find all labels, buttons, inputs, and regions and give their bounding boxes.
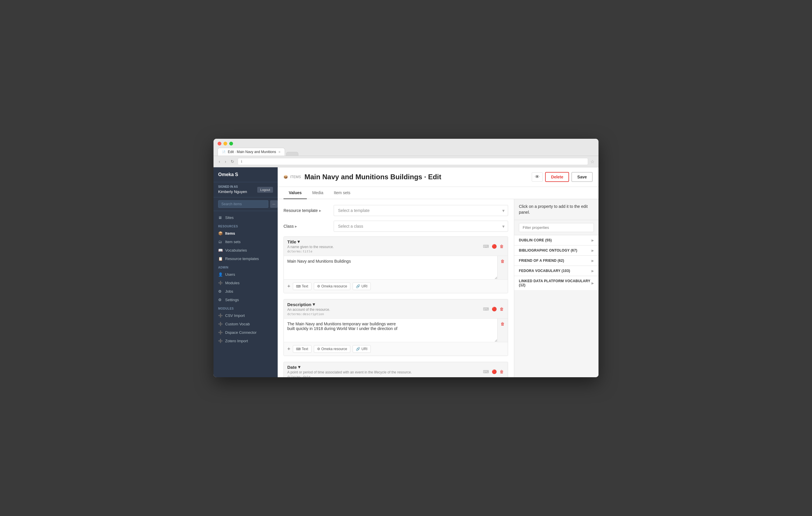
desc-delete-icon[interactable]: 🗑 [499, 306, 504, 312]
date-delete-icon[interactable]: 🗑 [499, 369, 504, 374]
title-dropdown-icon[interactable]: ▾ [297, 239, 300, 244]
foaf-arrow-icon: ▶ [591, 259, 594, 262]
sidebar-item-resource-templates[interactable]: 📋 Resource templates [213, 254, 278, 263]
bibliographic-arrow-icon: ▶ [591, 249, 594, 252]
resource-template-select[interactable]: Select a template [334, 205, 508, 216]
tab-item-sets[interactable]: Item sets [329, 187, 356, 199]
desc-keyboard-icon[interactable]: ⌨ [483, 306, 489, 312]
desc-required-icon[interactable]: 🔴 [491, 306, 497, 312]
preview-button[interactable]: 👁 [532, 172, 543, 182]
custom-vocab-label: Custom Vocab [225, 322, 250, 326]
sidebar-item-dspace[interactable]: ➕ Dspace Connector [213, 328, 278, 337]
sidebar-item-csv-import[interactable]: ➕ CSV Import [213, 311, 278, 320]
title-omeka-resource-btn[interactable]: ⚙ Omeka resource [314, 282, 351, 290]
ontology-dublin-core[interactable]: DUBLIN CORE (55) ▶ [514, 235, 599, 245]
itemsets-label: Item sets [225, 240, 241, 244]
logout-button[interactable]: Logout [257, 187, 273, 193]
filter-properties-input[interactable] [519, 223, 594, 232]
desc-omeka-resource-btn[interactable]: ⚙ Omeka resource [314, 345, 351, 353]
resources-section-label: Resources [213, 222, 278, 229]
property-date-header: Date ▾ A point or period of time associa… [284, 362, 508, 377]
description-value-row: The Main Navy and Munitions temporary wa… [284, 318, 508, 342]
desc-value-delete-btn[interactable]: 🗑 [500, 321, 505, 327]
title-add-value-btn[interactable]: + [287, 283, 290, 290]
desc-add-value-btn[interactable]: + [287, 346, 290, 352]
dublin-core-label: DUBLIN CORE (55) [519, 238, 552, 242]
resource-template-arrow: ▶ [319, 209, 321, 212]
sites-icon: 🖥 [218, 215, 223, 220]
items-icon: 📦 [218, 231, 223, 236]
title-value-delete-btn[interactable]: 🗑 [500, 258, 505, 264]
dspace-icon: ➕ [218, 330, 223, 335]
save-button[interactable]: Save [571, 172, 593, 182]
forward-button[interactable]: › [224, 159, 228, 164]
maximize-button[interactable] [229, 142, 233, 146]
property-description-icons: ⌨ 🔴 🗑 [483, 306, 504, 312]
sidebar-item-modules[interactable]: ➕ Modules [213, 279, 278, 287]
reload-button[interactable]: ↻ [230, 159, 235, 164]
back-button[interactable]: ‹ [218, 159, 221, 164]
date-required-icon[interactable]: 🔴 [491, 369, 497, 374]
date-dropdown-icon[interactable]: ▾ [298, 364, 300, 370]
settings-label: Settings [225, 298, 239, 302]
right-panel-title: Click on a property to add it to the edi… [514, 199, 599, 220]
title-uri-btn[interactable]: 🔗 URI [353, 282, 371, 290]
signed-in-label: Signed in as [218, 185, 247, 188]
bookmark-icon[interactable]: ☆ [590, 159, 594, 164]
property-title-area: Title ▾ A name given to the resource. dc… [287, 239, 334, 253]
title-keyboard-icon[interactable]: ⌨ [483, 243, 489, 249]
property-date-name: Date ▾ [287, 364, 412, 370]
address-bar: ‹ › ↻ ℹ ☆ [213, 156, 599, 167]
admin-section-label: Admin [213, 263, 278, 270]
title-delete-icon[interactable]: 🗑 [499, 243, 504, 249]
description-value-input[interactable]: The Main Navy and Munitions temporary wa… [284, 318, 497, 342]
jobs-icon: ⚙ [218, 289, 223, 294]
desc-uri-btn[interactable]: 🔗 URI [353, 345, 371, 353]
ontology-fedora[interactable]: FEDORA VOCABULARY (103) ▶ [514, 266, 599, 276]
new-tab-button[interactable] [286, 152, 298, 156]
ontology-foaf[interactable]: FRIEND OF A FRIEND (62) ▶ [514, 255, 599, 266]
url-box[interactable]: ℹ [238, 158, 588, 165]
desc-text-icon: ⌨ [296, 347, 301, 351]
title-required-icon[interactable]: 🔴 [491, 243, 497, 249]
custom-vocab-icon: ➕ [218, 322, 223, 326]
class-select[interactable]: Select a class [334, 221, 508, 232]
tab-page-icon: 📄 [222, 150, 226, 154]
browser-chrome: 📄 Edit · Main Navy and Munitions ✕ [213, 139, 599, 156]
sidebar-item-zotero[interactable]: ➕ Zotero Import [213, 337, 278, 345]
ontology-ldp[interactable]: LINKED DATA PLATFORM VOCABULARY (12) ▶ [514, 276, 599, 290]
property-date-desc: A point or period of time associated wit… [287, 370, 412, 374]
bibliographic-label: BIBLIOGRAPHIC ONTOLOGY (67) [519, 248, 577, 252]
sidebar-item-sites[interactable]: 🖥 Sites [213, 213, 278, 222]
tab-close-icon[interactable]: ✕ [278, 150, 281, 154]
resource-template-label: Resource template ▶ [284, 208, 330, 213]
active-tab[interactable]: 📄 Edit · Main Navy and Munitions ✕ [218, 148, 285, 156]
description-dropdown-icon[interactable]: ▾ [313, 302, 315, 307]
sidebar-item-vocabularies[interactable]: 📖 Vocabularies [213, 246, 278, 254]
sidebar-item-settings[interactable]: ⚙ Settings [213, 296, 278, 304]
class-row: Class ▶ Select a class ▾ [284, 221, 508, 232]
tab-values[interactable]: Values [284, 187, 307, 199]
sidebar-item-users[interactable]: 👤 Users [213, 270, 278, 279]
minimize-button[interactable] [224, 142, 227, 146]
search-options-button[interactable]: ··· [270, 200, 278, 208]
ldp-label: LINKED DATA PLATFORM VOCABULARY (12) [519, 279, 591, 287]
sidebar-item-items[interactable]: 📦 Items [213, 229, 278, 238]
close-button[interactable] [218, 142, 221, 146]
desc-text-btn[interactable]: ⌨ Text [293, 345, 312, 353]
delete-button[interactable]: Delete [545, 172, 569, 182]
sidebar-item-custom-vocab[interactable]: ➕ Custom Vocab [213, 320, 278, 328]
property-title-name: Title ▾ [287, 239, 334, 244]
tab-media[interactable]: Media [307, 187, 328, 199]
date-keyboard-icon[interactable]: ⌨ [483, 369, 489, 374]
title-value-row: Main Navy and Munitions Buildings 🗑 [284, 256, 508, 279]
items-label: Items [225, 231, 235, 236]
ontology-bibliographic[interactable]: BIBLIOGRAPHIC ONTOLOGY (67) ▶ [514, 245, 599, 255]
title-text-btn[interactable]: ⌨ Text [293, 282, 312, 290]
resource-template-select-wrapper: Select a template ▾ [334, 205, 508, 216]
sidebar-item-itemsets[interactable]: 🗂 Item sets [213, 238, 278, 246]
search-input[interactable] [218, 200, 268, 208]
sidebar-item-jobs[interactable]: ⚙ Jobs [213, 287, 278, 296]
title-value-input[interactable]: Main Navy and Munitions Buildings [284, 256, 497, 279]
property-date-icons: ⌨ 🔴 🗑 [483, 369, 504, 374]
